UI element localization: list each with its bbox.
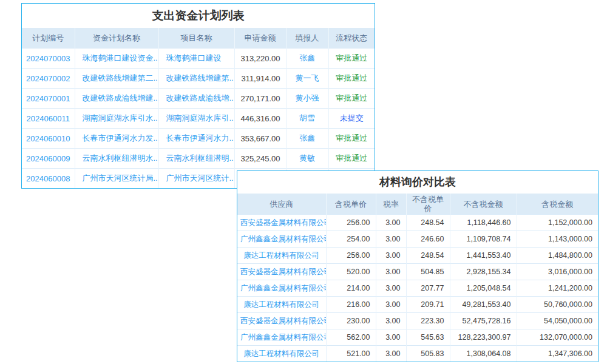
cell-supplier[interactable]: 西安盛器金属材料有限公司 [237, 215, 326, 231]
cell-supplier[interactable]: 西安盛器金属材料有限公司 [237, 264, 326, 280]
table-row: 西安盛器金属材料有限公司520.003.00504.852,928,155.34… [237, 264, 598, 280]
cell-filler: 胡雪 [286, 109, 328, 129]
cell-tax-rate: 3.00 [376, 215, 406, 231]
quote-col-tax-amount: 含税金额 [517, 194, 598, 215]
cell-status: 审批通过 [328, 89, 375, 109]
cell-project-name[interactable]: 改建铁路成渝线增... [158, 89, 234, 109]
table-row: 广州鑫鑫金属材料有限公司254.003.00246.601,109,708.74… [237, 231, 598, 248]
cell-plan-no[interactable]: 2024060010 [22, 129, 75, 149]
cell-status: 未提交 [328, 109, 375, 129]
page: { "colors": { "panel_border": "#2ab2ee",… [0, 0, 607, 364]
cell-tax-amount: 54,050,000.00 [517, 313, 598, 329]
cell-plan-no[interactable]: 2024060008 [22, 169, 75, 189]
cell-no-tax-amount: 1,205,048.54 [450, 280, 517, 297]
cell-tax-unit-price: 562.00 [326, 329, 376, 346]
quote-col-supplier: 供应商 [237, 194, 326, 215]
cell-plan-no[interactable]: 2024070001 [22, 89, 75, 109]
cell-no-tax-unit-price: 246.60 [406, 231, 450, 248]
cell-no-tax-unit-price: 248.54 [406, 215, 450, 231]
cell-tax-amount: 1,484,800.00 [517, 248, 598, 264]
quote-col-no-tax-amount: 不含税金额 [450, 194, 517, 215]
cell-supplier[interactable]: 广州鑫鑫金属材料有限公司 [237, 280, 326, 297]
cell-no-tax-unit-price: 209.71 [406, 297, 450, 313]
table-row: 2024070002改建铁路线增建第二...改建铁路线增建第...311,914… [22, 69, 375, 89]
cell-tax-rate: 3.00 [376, 346, 406, 362]
cell-amount: 325,245.00 [234, 149, 286, 169]
cell-plan-no[interactable]: 2024060011 [22, 109, 75, 129]
cell-tax-unit-price: 520.00 [326, 264, 376, 280]
cell-tax-rate: 3.00 [376, 297, 406, 313]
cell-fund-plan-name[interactable]: 改建铁路线增建第二... [75, 69, 158, 89]
cell-no-tax-amount: 2,928,155.34 [450, 264, 517, 280]
cell-project-name[interactable]: 改建铁路线增建第... [158, 69, 234, 89]
plan-list-col-fund-plan-name: 资金计划名称 [75, 28, 158, 49]
cell-filler: 黄小强 [286, 89, 328, 109]
cell-plan-no[interactable]: 2024070003 [22, 49, 75, 69]
table-row: 2024060010长春市伊通河水力发...长春市伊通河水力...353,667… [22, 129, 375, 149]
cell-tax-amount: 3,016,000.00 [517, 264, 598, 280]
material-quote-table: 供应商 含税单价 税率 不含税单价 不含税金额 含税金额 西安盛器金属材料有限公… [237, 194, 598, 362]
table-row: 广州鑫鑫金属材料有限公司562.003.00545.63128,223,300.… [237, 329, 598, 346]
cell-fund-plan-name[interactable]: 长春市伊通河水力发... [75, 129, 158, 149]
cell-fund-plan-name[interactable]: 广州市天河区统计局... [75, 169, 158, 189]
cell-fund-plan-name[interactable]: 云南水利枢纽潜明水... [75, 149, 158, 169]
table-row: 2024070003珠海鹤港口建设资金...珠海鹤港口建设313,220.00张… [22, 49, 375, 69]
plan-list-col-project-name: 项目名称 [158, 28, 234, 49]
table-row: 西安盛器金属材料有限公司256.003.00248.541,118,446.60… [237, 215, 598, 231]
cell-fund-plan-name[interactable]: 改建铁路成渝线增建... [75, 89, 158, 109]
cell-filler: 张鑫 [286, 129, 328, 149]
cell-tax-rate: 3.00 [376, 329, 406, 346]
cell-plan-no[interactable]: 2024070002 [22, 69, 75, 89]
table-row: 2024060009云南水利枢纽潜明水...云南水利枢纽潜明...325,245… [22, 149, 375, 169]
cell-tax-amount: 132,070,000.00 [517, 329, 598, 346]
cell-project-name[interactable]: 广州市天河区统计... [158, 169, 234, 189]
cell-supplier[interactable]: 广州鑫鑫金属材料有限公司 [237, 329, 326, 346]
cell-no-tax-unit-price: 207.77 [406, 280, 450, 297]
cell-no-tax-unit-price: 248.54 [406, 248, 450, 264]
cell-amount: 313,220.00 [234, 49, 286, 69]
cell-supplier[interactable]: 康达工程材料有限公司 [237, 346, 326, 362]
cell-no-tax-unit-price: 504.85 [406, 264, 450, 280]
cell-tax-unit-price: 216.00 [326, 297, 376, 313]
material-quote-title: 材料询价对比表 [237, 171, 598, 194]
plan-list-panel: 支出资金计划列表 计划编号 资金计划名称 项目名称 申请金额 填报人 流程状态 … [21, 3, 375, 189]
plan-list-col-plan-no: 计划编号 [22, 28, 75, 49]
cell-project-name[interactable]: 珠海鹤港口建设 [158, 49, 234, 69]
cell-amount: 311,914.00 [234, 69, 286, 89]
plan-list-table: 计划编号 资金计划名称 项目名称 申请金额 填报人 流程状态 202407000… [22, 28, 375, 188]
cell-no-tax-amount: 1,441,553.40 [450, 248, 517, 264]
cell-tax-amount: 1,241,200.00 [517, 280, 598, 297]
cell-tax-unit-price: 521.00 [326, 346, 376, 362]
cell-fund-plan-name[interactable]: 珠海鹤港口建设资金... [75, 49, 158, 69]
cell-supplier[interactable]: 康达工程材料有限公司 [237, 248, 326, 264]
plan-list-col-amount: 申请金额 [234, 28, 286, 49]
cell-tax-unit-price: 256.00 [326, 248, 376, 264]
quote-col-tax-unit-price: 含税单价 [326, 194, 376, 215]
cell-no-tax-amount: 1,109,708.74 [450, 231, 517, 248]
cell-fund-plan-name[interactable]: 湖南洞庭湖水库引水... [75, 109, 158, 129]
cell-tax-rate: 3.00 [376, 280, 406, 297]
quote-col-tax-rate: 税率 [376, 194, 406, 215]
plan-list-col-status: 流程状态 [328, 28, 375, 49]
cell-tax-rate: 3.00 [376, 231, 406, 248]
cell-status: 审批通过 [328, 69, 375, 89]
cell-status: 审批通过 [328, 49, 375, 69]
material-quote-panel: 材料询价对比表 供应商 含税单价 税率 不含税单价 不含税金额 含税金额 西安盛… [237, 170, 599, 362]
table-row: 康达工程材料有限公司216.003.00209.7149,281,553.405… [237, 297, 598, 313]
cell-project-name[interactable]: 湖南洞庭湖水库引... [158, 109, 234, 129]
cell-supplier[interactable]: 广州鑫鑫金属材料有限公司 [237, 231, 326, 248]
plan-list-title: 支出资金计划列表 [22, 4, 375, 28]
cell-plan-no[interactable]: 2024060009 [22, 149, 75, 169]
cell-project-name[interactable]: 长春市伊通河水力... [158, 129, 234, 149]
cell-project-name[interactable]: 云南水利枢纽潜明... [158, 149, 234, 169]
cell-supplier[interactable]: 康达工程材料有限公司 [237, 297, 326, 313]
cell-supplier[interactable]: 西安盛器金属材料有限公司 [237, 313, 326, 329]
plan-list-col-filler: 填报人 [286, 28, 328, 49]
table-row: 2024060011湖南洞庭湖水库引水...湖南洞庭湖水库引...446,316… [22, 109, 375, 129]
cell-no-tax-amount: 49,281,553.40 [450, 297, 517, 313]
cell-tax-rate: 3.00 [376, 264, 406, 280]
cell-filler: 黄一飞 [286, 69, 328, 89]
cell-no-tax-unit-price: 223.30 [406, 313, 450, 329]
cell-amount: 270,171.00 [234, 89, 286, 109]
cell-no-tax-amount: 52,475,728.16 [450, 313, 517, 329]
